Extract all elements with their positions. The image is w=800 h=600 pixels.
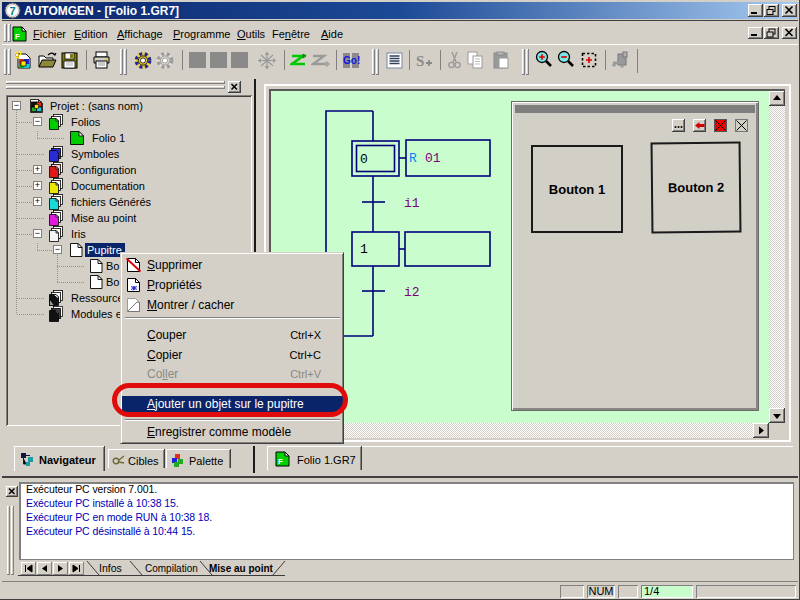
svg-text:7: 7 bbox=[9, 5, 15, 17]
svg-text:01: 01 bbox=[425, 151, 441, 166]
svg-text:i2: i2 bbox=[404, 285, 420, 300]
svg-text:S: S bbox=[416, 53, 424, 69]
svg-text:1: 1 bbox=[360, 242, 368, 257]
svg-text:R: R bbox=[409, 151, 417, 166]
svg-text:Infos: Infos bbox=[99, 562, 122, 574]
svg-text:Compilation: Compilation bbox=[145, 563, 198, 574]
svg-text:Mise au point: Mise au point bbox=[209, 563, 274, 574]
svg-text:Go!: Go! bbox=[343, 55, 360, 66]
svg-text:F: F bbox=[278, 457, 283, 466]
svg-text:i1: i1 bbox=[404, 196, 420, 211]
svg-text:F: F bbox=[15, 32, 20, 41]
svg-text:0: 0 bbox=[360, 152, 368, 167]
